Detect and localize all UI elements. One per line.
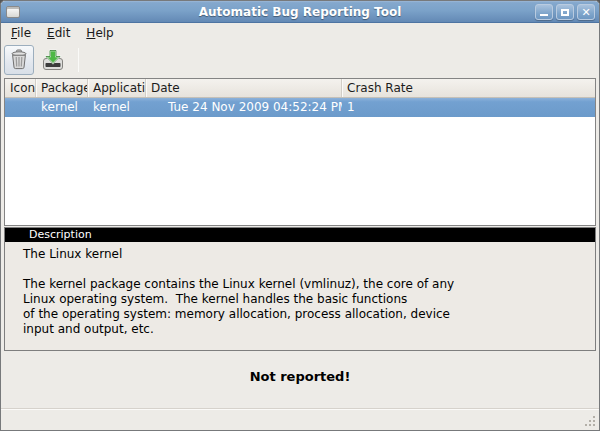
cell-date: Tue 24 Nov 2009 04:52:24 PM	[146, 98, 342, 117]
table-row[interactable]: kernel kernel Tue 24 Nov 2009 04:52:24 P…	[5, 98, 595, 117]
cell-icon	[5, 98, 36, 117]
menu-edit[interactable]: Edit	[41, 25, 76, 41]
menu-bar: File Edit Help	[1, 23, 599, 42]
delete-button[interactable]	[4, 45, 34, 75]
description-panel-title: Description	[5, 228, 595, 242]
menu-help[interactable]: Help	[80, 25, 119, 41]
description-text: The Linux kernel The kernel package cont…	[5, 242, 595, 337]
trash-icon	[8, 49, 30, 71]
cell-package: kernel	[36, 98, 88, 117]
minimize-button[interactable]	[535, 4, 553, 20]
crash-list: Icon Package Application Date Crash Rate…	[4, 78, 596, 226]
column-header-crash-rate[interactable]: Crash Rate	[342, 79, 595, 97]
report-status-label: Not reported!	[1, 369, 599, 384]
description-body-line: input and output, etc.	[23, 322, 595, 337]
description-blank-line	[23, 262, 595, 277]
toolbar	[1, 42, 599, 78]
description-body-line: The kernel package contains the Linux ke…	[23, 277, 595, 292]
status-bar	[1, 408, 599, 430]
cell-crash-rate: 1	[342, 98, 595, 117]
maximize-button[interactable]	[556, 4, 574, 20]
toolbar-separator	[78, 48, 79, 72]
description-body-line: of the operating system: memory allocati…	[23, 307, 595, 322]
description-body-line: Linux operating system. The kernel handl…	[23, 292, 595, 307]
abrt-window: Automatic Bug Reporting Tool ✕ File Edit…	[0, 0, 600, 431]
column-header-date[interactable]: Date	[146, 79, 342, 97]
column-header-icon[interactable]: Icon	[5, 79, 36, 97]
cell-application: kernel	[88, 98, 146, 117]
menu-file[interactable]: File	[5, 25, 37, 41]
maximize-icon	[561, 9, 569, 16]
crash-list-header: Icon Package Application Date Crash Rate	[5, 79, 595, 98]
close-button[interactable]: ✕	[577, 4, 595, 20]
report-button[interactable]	[38, 45, 68, 75]
close-icon: ✕	[581, 7, 590, 18]
description-panel: Description The Linux kernel The kernel …	[4, 227, 596, 351]
column-header-application[interactable]: Application	[88, 79, 146, 97]
column-header-package[interactable]: Package	[36, 79, 88, 97]
window-title: Automatic Bug Reporting Tool	[1, 5, 599, 19]
description-title-line: The Linux kernel	[23, 247, 595, 262]
titlebar[interactable]: Automatic Bug Reporting Tool ✕	[1, 1, 599, 23]
resize-grip-icon[interactable]	[584, 415, 597, 428]
report-icon	[41, 48, 65, 72]
minimize-icon	[540, 14, 548, 16]
